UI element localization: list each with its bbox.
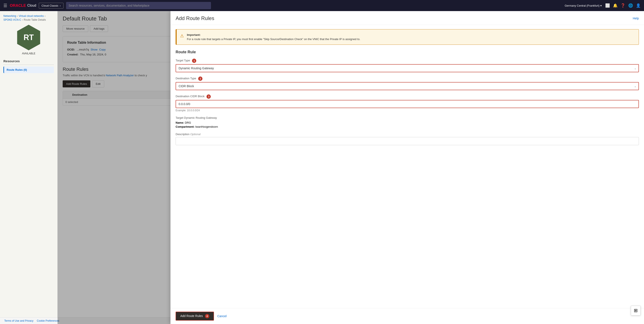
cloud-text: Cloud: [27, 4, 36, 8]
sidebar-item-route-rules[interactable]: Route Rules (0): [4, 66, 54, 73]
cidr-hint: Example: 10.0.0.0/24: [176, 109, 639, 112]
breadcrumb: Networking › Virtual cloud networks › SP…: [4, 14, 54, 21]
cookies-link[interactable]: Cookie Preferences: [37, 319, 59, 322]
cancel-button[interactable]: Cancel: [217, 314, 227, 318]
destination-type-select[interactable]: CIDR Block: [176, 82, 639, 90]
sidebar: Networking › Virtual cloud networks › SP…: [0, 11, 58, 324]
important-banner: ⚠ Important: For a route rule that targe…: [176, 29, 639, 45]
resources-heading: Resources: [4, 59, 54, 65]
terms-link[interactable]: Terms of Use and Privacy: [4, 319, 34, 322]
description-input[interactable]: [176, 137, 639, 145]
globe-icon[interactable]: 🌐: [628, 3, 633, 8]
optional-label: Optional: [190, 132, 200, 136]
help-widget[interactable]: ⊞: [631, 306, 640, 316]
breadcrumb-vcn[interactable]: Virtual cloud networks: [19, 14, 44, 18]
oracle-logo: ORACLE Cloud: [10, 4, 36, 8]
panel-title: Add Route Rules: [176, 15, 214, 21]
region-selector[interactable]: Germany Central (Frankfurt) ▾: [565, 4, 602, 7]
hamburger-icon[interactable]: ☰: [4, 3, 7, 8]
warning-icon: ⚠: [180, 33, 184, 41]
target-type-select-wrapper: Dynamic Routing Gateway: [176, 64, 639, 72]
resource-status: AVAILABLE: [4, 52, 54, 55]
destination-cidr-group: Destination CIDR Block 3 Example: 10.0.0…: [176, 94, 639, 112]
step-1-badge: 1: [192, 58, 196, 63]
footer-links: Terms of Use and Privacy Cookie Preferen…: [4, 319, 59, 322]
breadcrumb-current: Route Table Details: [24, 18, 46, 21]
step-3-badge: 3: [206, 94, 211, 99]
resource-icon: RT: [16, 25, 42, 50]
panel-body: ⚠ Important: For a route rule that targe…: [170, 25, 644, 308]
add-route-rules-submit-button[interactable]: Add Route Rules 4: [176, 312, 214, 320]
panel-header: Add Route Rules Help: [170, 11, 644, 25]
destination-cidr-input[interactable]: [176, 100, 639, 108]
breadcrumb-networking[interactable]: Networking: [4, 14, 16, 18]
user-icon[interactable]: 👤: [636, 3, 640, 8]
cloud-classic-button[interactable]: Cloud Classic ›: [39, 3, 64, 8]
drg-name-row: Name: DRG: [176, 121, 639, 124]
top-navigation: ☰ ORACLE Cloud Cloud Classic › Germany C…: [0, 0, 644, 11]
description-group: Description Optional: [176, 132, 639, 145]
target-type-group: Target Type 1 Dynamic Routing Gateway: [176, 58, 639, 72]
destination-type-select-wrapper: CIDR Block: [176, 82, 639, 90]
panel-footer: Add Route Rules 4 Cancel: [170, 308, 644, 324]
main-wrapper: Networking › Virtual cloud networks › SP…: [0, 11, 644, 324]
step-4-badge: 4: [205, 314, 209, 318]
destination-cidr-label: Destination CIDR Block 3: [176, 94, 639, 99]
oracle-brand-text: ORACLE: [10, 4, 26, 8]
breadcrumb-spoke[interactable]: SPOKE-VCN-C: [4, 18, 21, 21]
help-widget-icon: ⊞: [634, 308, 638, 313]
drg-compartment-row: Compartment: IwanHoogendoorn: [176, 125, 639, 128]
target-type-label: Target Type 1: [176, 58, 639, 63]
step-2-badge: 2: [198, 76, 202, 81]
target-type-select[interactable]: Dynamic Routing Gateway: [176, 64, 639, 72]
resource-hexagon: RT: [16, 25, 42, 50]
help-icon[interactable]: ❓: [620, 3, 625, 8]
search-input[interactable]: [66, 2, 211, 9]
content-area: Default Route Tab Move resource Add tags…: [58, 11, 644, 324]
nav-right: Germany Central (Frankfurt) ▾ ⬜ 🔔 ❓ 🌐 👤: [565, 3, 640, 8]
bell-icon[interactable]: 🔔: [613, 3, 618, 8]
panel-help-link[interactable]: Help: [633, 17, 639, 20]
target-drg-title: Target Dynamic Routing Gateway: [176, 116, 639, 119]
add-route-rules-panel: Add Route Rules Help ⚠ Important: For a …: [170, 11, 644, 324]
description-label: Description Optional: [176, 132, 639, 136]
destination-type-group: Destination Type 2 CIDR Block: [176, 76, 639, 90]
target-drg-info: Target Dynamic Routing Gateway Name: DRG…: [176, 116, 639, 128]
important-text: Important: For a route rule that targets…: [187, 33, 360, 41]
chevron-down-icon: ▾: [600, 4, 602, 7]
route-rule-form-title: Route Rule: [176, 50, 639, 54]
terminal-icon[interactable]: ⬜: [605, 3, 610, 8]
route-rule-section: Route Rule Target Type 1 Dynamic Routing…: [176, 50, 639, 145]
destination-type-label: Destination Type 2: [176, 76, 639, 81]
nav-icons: ⬜ 🔔 ❓ 🌐 👤: [605, 3, 640, 8]
